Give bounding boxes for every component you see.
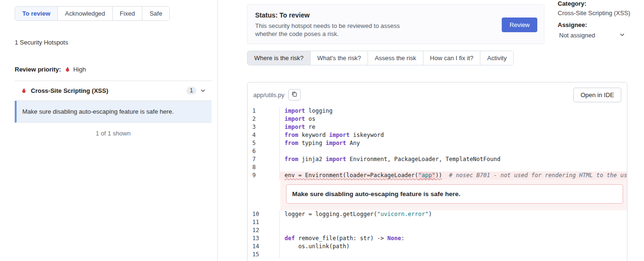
file-path: app/utils.py bbox=[253, 91, 285, 99]
line-number[interactable]: 13 bbox=[248, 234, 280, 243]
code-line-9: 9env = Environment(loader=PackageLoader(… bbox=[248, 171, 627, 180]
line-number[interactable]: 12 bbox=[248, 226, 280, 234]
line-number[interactable]: 3 bbox=[248, 123, 280, 131]
line-code: from typing import Any bbox=[280, 139, 627, 147]
hotspots-sidebar: To reviewAcknowledgedFixedSafe 1 Securit… bbox=[0, 0, 218, 261]
status-title: Status: To review bbox=[255, 11, 536, 19]
line-code: from jinja2 import Environment, PackageL… bbox=[280, 155, 627, 163]
line-number[interactable]: 9 bbox=[248, 171, 280, 180]
review-priority-value: High bbox=[74, 66, 86, 73]
status-box: Status: To review This security hotspot … bbox=[247, 4, 544, 44]
risk-tab-how-can-i-fix-it[interactable]: How can I fix it? bbox=[423, 51, 481, 65]
line-code: import logging bbox=[280, 107, 627, 115]
assignee-value: Not assigned bbox=[559, 32, 595, 39]
line-code: logger = logging.getLogger("uvicorn.erro… bbox=[280, 210, 627, 218]
open-in-ide-button[interactable]: Open in IDE bbox=[573, 88, 621, 102]
code-line-12: 12 bbox=[248, 226, 627, 234]
category-label: Category: bbox=[558, 0, 638, 7]
code-line-7: 7from jinja2 import Environment, Package… bbox=[248, 155, 627, 163]
line-code bbox=[280, 226, 627, 234]
line-code bbox=[280, 218, 627, 226]
code-line-3: 3import re bbox=[248, 123, 627, 131]
line-number[interactable]: 14 bbox=[248, 243, 280, 251]
line-number[interactable]: 15 bbox=[248, 251, 280, 259]
review-priority-label: Review priority: bbox=[15, 66, 61, 73]
hotspot-list-item[interactable]: Make sure disabling auto-escaping featur… bbox=[15, 101, 212, 123]
code-line-10: 10logger = logging.getLogger("uvicorn.er… bbox=[248, 210, 627, 218]
line-number[interactable]: 8 bbox=[248, 163, 280, 171]
chevron-down-icon bbox=[619, 32, 625, 39]
filter-tab-fixed[interactable]: Fixed bbox=[113, 7, 143, 20]
status-description: This security hotspot needs to be review… bbox=[255, 22, 412, 38]
hotspot-flame-icon bbox=[20, 88, 27, 94]
line-number[interactable]: 7 bbox=[248, 155, 280, 163]
risk-tab-where-is-the-risk[interactable]: Where is the risk? bbox=[248, 51, 311, 65]
code-line-6: 6 bbox=[248, 147, 627, 155]
hotspot-count: 1 Security Hotspots bbox=[15, 39, 68, 46]
assignee-select[interactable]: Not assigned bbox=[558, 32, 625, 39]
status-filter-tabs: To reviewAcknowledgedFixedSafe bbox=[15, 6, 170, 21]
shown-count-label: 1 of 1 shown bbox=[15, 130, 212, 137]
risk-tab-assess-the-risk[interactable]: Assess the risk bbox=[368, 51, 423, 65]
risk-tab-activity[interactable]: Activity bbox=[480, 51, 513, 65]
code-line-14: 14 os.unlink(path) bbox=[248, 243, 627, 251]
code-line-11: 11 bbox=[248, 218, 627, 226]
hotspot-flame-icon bbox=[64, 66, 71, 73]
inline-message-band: Make sure disabling auto-escaping featur… bbox=[280, 180, 627, 210]
review-priority-row: Review priority: High bbox=[15, 66, 86, 73]
line-code: from keyword import iskeyword bbox=[280, 131, 627, 139]
filter-tab-safe[interactable]: Safe bbox=[142, 7, 169, 20]
filter-tab-acknowledged[interactable]: Acknowledged bbox=[58, 7, 113, 20]
risk-tabs: Where is the risk?What's the risk?Assess… bbox=[247, 51, 514, 65]
line-number[interactable]: 1 bbox=[248, 107, 280, 115]
category-value: Cross-Site Scripting (XSS) bbox=[558, 9, 638, 17]
copy-icon bbox=[291, 91, 297, 99]
code-lines: 1import logging2import os3import re4from… bbox=[248, 107, 627, 259]
code-viewer-card: app/utils.py Open in IDE 1import logging… bbox=[247, 82, 627, 261]
category-group-header[interactable]: Cross-Site Scripting (XSS) 1 bbox=[15, 81, 212, 101]
code-viewer-header: app/utils.py Open in IDE bbox=[248, 82, 627, 107]
line-number[interactable]: 2 bbox=[248, 115, 280, 123]
code-line-13: 13def remove_file(path: str) -> None: bbox=[248, 234, 627, 243]
hotspot-inline-message[interactable]: Make sure disabling auto-escaping featur… bbox=[286, 184, 623, 204]
line-number[interactable]: 11 bbox=[248, 218, 280, 226]
line-code: import re bbox=[280, 123, 627, 131]
assignee-label: Assignee: bbox=[558, 21, 638, 28]
line-code bbox=[280, 147, 627, 155]
line-code: import os bbox=[280, 115, 627, 123]
code-line-5: 5from typing import Any bbox=[248, 139, 627, 147]
category-count-badge: 1 bbox=[186, 87, 196, 95]
line-code: os.unlink(path) bbox=[280, 243, 627, 251]
line-number[interactable]: 10 bbox=[248, 210, 280, 218]
copy-file-path-button[interactable] bbox=[288, 89, 301, 100]
chevron-down-icon bbox=[200, 87, 206, 95]
line-number[interactable]: 5 bbox=[248, 139, 280, 147]
hotspot-detail-panel: Status: To review This security hotspot … bbox=[218, 0, 644, 261]
code-line-1: 1import logging bbox=[248, 107, 627, 115]
security-hotspots-screen: To reviewAcknowledgedFixedSafe 1 Securit… bbox=[0, 0, 644, 261]
line-code: def remove_file(path: str) -> None: bbox=[280, 234, 627, 243]
line-number[interactable]: 6 bbox=[248, 147, 280, 155]
code-line-4: 4from keyword import iskeyword bbox=[248, 131, 627, 139]
code-line-2: 2import os bbox=[248, 115, 627, 123]
category-group-title: Cross-Site Scripting (XSS) bbox=[31, 87, 183, 94]
line-number[interactable]: 4 bbox=[248, 131, 280, 139]
risk-tab-what-s-the-risk[interactable]: What's the risk? bbox=[311, 51, 368, 65]
hotspot-meta: Category: Cross-Site Scripting (XSS) Ass… bbox=[558, 0, 638, 39]
line-code: env = Environment(loader=PackageLoader("… bbox=[280, 171, 627, 180]
line-code bbox=[280, 163, 627, 171]
line-code bbox=[280, 251, 627, 259]
review-button[interactable]: Review bbox=[502, 18, 537, 32]
code-line-15: 15 bbox=[248, 251, 627, 259]
code-line-8: 8 bbox=[248, 163, 627, 171]
filter-tab-to-review[interactable]: To review bbox=[15, 7, 58, 20]
